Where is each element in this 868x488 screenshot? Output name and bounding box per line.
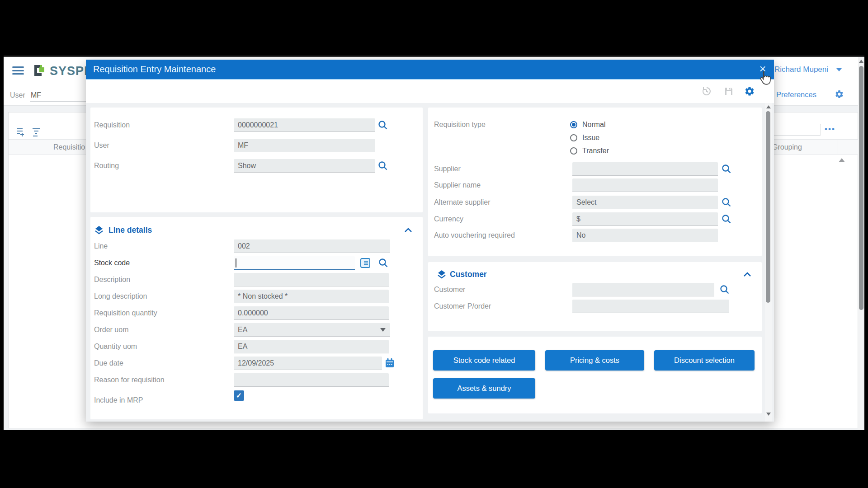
user-menu-caret-icon[interactable] [836,68,842,71]
modal-toolbar [86,80,774,103]
mouse-cursor [758,70,771,86]
customer-label: Customer [434,286,465,293]
requisition-type-label: Requisition type [434,121,486,128]
description-label: Description [94,276,130,283]
requisition-search-icon[interactable] [378,120,388,130]
user-menu-label: Richard Mupeni [774,65,828,74]
customer-porder-field[interactable] [572,300,729,313]
checkmark-icon: ✓ [236,391,242,400]
assets-sundry-button[interactable]: Assets & sundry [433,378,535,399]
line-label: Line [94,243,108,250]
letterbox-left [0,0,4,488]
supplier-field[interactable] [572,162,718,176]
quantity-uom-field: EA [234,340,389,353]
grid-search-input[interactable] [771,124,821,136]
stock-code-search-icon[interactable] [378,258,388,268]
description-field [234,273,389,286]
user-menu[interactable]: Richard Mupeni [774,65,828,74]
currency-search-icon[interactable] [722,214,731,224]
save-icon[interactable] [723,86,734,97]
requisition-quantity-label: Requisition quantity [94,310,157,317]
radio-transfer[interactable] [570,147,577,155]
supplier-search-icon[interactable] [722,164,731,174]
routing-field[interactable]: Show [234,159,375,173]
due-date-field[interactable]: 12/09/2025 [234,357,382,370]
order-uom-select[interactable]: EA [234,323,390,337]
grid-column-divider [50,139,50,155]
history-icon[interactable] [701,86,712,97]
radio-transfer-label[interactable]: Transfer [582,147,609,155]
add-row-icon[interactable] [15,127,26,137]
radio-issue[interactable] [570,134,577,141]
text-cursor [236,258,236,267]
requisition-label: Requisition [94,122,130,129]
supplier-name-label: Supplier name [434,182,481,189]
alternate-supplier-label: Alternate supplier [434,199,491,206]
routing-label: Routing [94,162,119,169]
supplier-label: Supplier [434,165,461,173]
auto-vouchering-field: No [572,229,718,242]
radio-normal-label[interactable]: Normal [582,121,606,128]
stock-code-related-button[interactable]: Stock code related [433,350,535,371]
page-scrollbar-up-icon[interactable] [859,60,863,63]
actions-card [428,337,762,413]
include-in-mrp-checkbox[interactable]: ✓ [234,390,244,401]
grid-column-divider [838,139,838,155]
modal-scrollbar-down-icon[interactable] [766,413,771,416]
modal-scrollbar-up-icon[interactable] [766,105,771,108]
stock-code-browse-icon[interactable] [360,258,371,268]
letterbox-top [0,0,868,57]
letterbox-right [864,0,868,488]
alternate-supplier-search-icon[interactable] [722,197,731,207]
reason-for-requisition-label: Reason for requisition [94,376,165,384]
modal-scrollbar-thumb[interactable] [766,111,770,303]
section-layers-icon [94,225,104,235]
customer-section-title: Customer [450,270,487,278]
stock-code-input[interactable] [234,256,355,270]
customer-search-icon[interactable] [720,285,730,295]
radio-issue-label[interactable]: Issue [582,134,599,141]
requisition-field[interactable]: 0000000021 [234,118,375,132]
calendar-icon[interactable] [384,357,395,368]
requisition-quantity-field[interactable]: 0.000000 [234,306,389,320]
more-options-button[interactable]: ••• [825,127,835,131]
reason-for-requisition-field[interactable] [234,373,389,387]
due-date-label: Due date [94,360,123,367]
order-uom-caret-icon[interactable] [380,328,386,332]
preferences-link[interactable]: Preferences [776,90,816,99]
page-scrollbar-thumb[interactable] [859,66,863,310]
alternate-supplier-field[interactable]: Select [572,196,718,209]
preferences-gear-icon[interactable] [835,89,844,99]
user-field: MF [234,139,375,152]
user-field-label: User [10,92,25,99]
customer-field[interactable] [572,283,714,296]
modal-title: Requisition Entry Maintenance [93,64,216,75]
currency-label: Currency [434,216,463,223]
grid-scroll-up-icon[interactable] [839,158,845,162]
settings-gear-icon[interactable] [744,86,755,97]
user-field-value[interactable]: MF [31,92,41,99]
line-details-title: Line details [108,226,152,234]
pricing-costs-button[interactable]: Pricing & costs [545,350,644,371]
section-layers-icon [437,269,447,279]
long-description-field: * Non stocked * [234,290,389,303]
include-in-mrp-label: Include in MRP [94,397,143,404]
discount-selection-button[interactable]: Discount selection [654,350,755,371]
line-field: 002 [234,239,390,253]
filter-icon[interactable] [31,127,42,137]
collapse-chevron-icon[interactable] [743,272,751,277]
stock-code-label: Stock code [94,259,130,267]
hamburger-menu-icon[interactable] [12,66,24,75]
letterbox-bottom [0,430,868,488]
grid-column-header-grouping[interactable]: Grouping [772,144,802,151]
routing-search-icon[interactable] [378,161,388,171]
currency-field[interactable]: $ [572,212,718,226]
auto-vouchering-label: Auto vouchering required [434,232,515,239]
grid-column-header-requisition[interactable]: Requisitio [53,144,85,151]
order-uom-label: Order uom [94,326,128,333]
syspro-logo-icon [32,63,46,78]
radio-normal[interactable] [570,121,577,128]
customer-porder-label: Customer P/order [434,303,491,310]
user-field-underline [30,101,86,102]
collapse-chevron-icon[interactable] [404,227,412,233]
